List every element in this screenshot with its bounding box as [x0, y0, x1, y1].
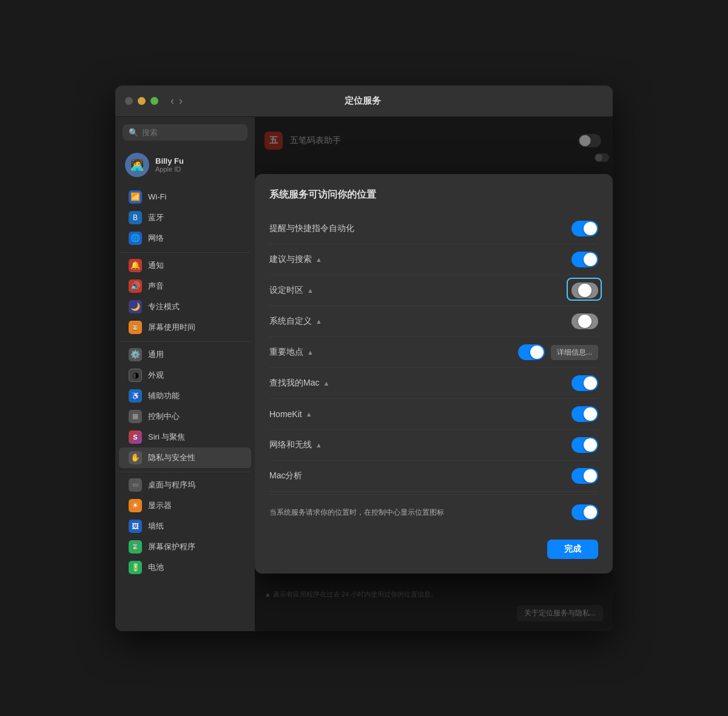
close-button[interactable]: [125, 97, 133, 105]
modal-row-find-my-mac: 查找我的Mac ▲: [269, 368, 598, 399]
sidebar-label-appearance: 外观: [148, 370, 164, 381]
modal-title: 系统服务可访问你的位置: [269, 189, 598, 201]
toggle-knob: [530, 346, 544, 359]
sidebar-section-preferences: ⚙️ 通用 ◑ 外观 ♿ 辅助功能 ▦ 控制中心 S Siri 与聚焦: [115, 344, 255, 468]
network-icon: 🌐: [129, 232, 142, 245]
search-bar[interactable]: 🔍: [123, 124, 248, 141]
location-arrow-places: ▲: [307, 349, 314, 356]
sidebar-item-desktop[interactable]: ▭ 桌面与程序坞: [119, 475, 251, 495]
customization-right: [571, 313, 598, 329]
customization-toggle[interactable]: [571, 313, 598, 329]
user-profile-row[interactable]: 🧑‍💻 Billy Fu Apple ID: [115, 148, 255, 182]
sidebar-item-screentime[interactable]: ⏳ 屏幕使用时间: [119, 317, 251, 338]
modal-row-mac-analytics: Mac分析: [269, 461, 598, 492]
sound-icon: 🔊: [129, 279, 142, 293]
suggestions-toggle[interactable]: [571, 252, 598, 267]
window-title: 定位服务: [183, 95, 542, 107]
sidebar-item-appearance[interactable]: ◑ 外观: [119, 365, 251, 386]
homekit-toggle[interactable]: [571, 406, 598, 422]
sidebar-item-wallpaper[interactable]: 🖼 墙纸: [119, 516, 251, 537]
sidebar-section-system: 🔔 通知 🔊 声音 🌙 专注模式 ⏳ 屏幕使用时间: [115, 255, 255, 338]
user-apple-id: Apple ID: [155, 166, 184, 173]
sidebar-item-focus[interactable]: 🌙 专注模式: [119, 296, 251, 317]
modal-row-important-places: 重要地点 ▲ 详细信息...: [269, 337, 598, 368]
sidebar-label-display: 显示器: [148, 500, 172, 511]
sidebar-item-control[interactable]: ▦ 控制中心: [119, 406, 251, 427]
bluetooth-icon: B: [129, 211, 142, 224]
sidebar-label-wifi: Wi-Fi: [148, 192, 166, 201]
sidebar-item-siri[interactable]: S Siri 与聚焦: [119, 427, 251, 447]
sidebar-label-control: 控制中心: [148, 411, 180, 422]
sidebar-label-network: 网络: [148, 233, 164, 244]
important-places-toggle[interactable]: [518, 344, 545, 360]
sidebar-label-battery: 电池: [148, 562, 164, 573]
find-my-mac-right: [571, 375, 598, 391]
reminders-label: 提醒与快捷指令自动化: [269, 223, 571, 234]
sidebar-item-general[interactable]: ⚙️ 通用: [119, 344, 251, 365]
sidebar-label-accessibility: 辅助功能: [148, 390, 180, 401]
maximize-button[interactable]: [150, 97, 158, 105]
modal-row-homekit: HomeKit ▲: [269, 399, 598, 430]
sidebar-item-privacy[interactable]: ✋ 隐私与安全性: [119, 447, 251, 468]
sidebar-item-sound[interactable]: 🔊 声音: [119, 276, 251, 296]
sidebar-item-battery[interactable]: 🔋 电池: [119, 557, 251, 578]
search-icon: 🔍: [129, 128, 138, 137]
siri-icon: S: [129, 430, 142, 444]
modal-row-timezone: 设定时区 ▲: [269, 275, 598, 306]
modal-actions: 完成: [269, 540, 598, 559]
sidebar-label-general: 通用: [148, 349, 164, 360]
important-places-label: 重要地点 ▲: [269, 347, 518, 358]
sidebar-item-display[interactable]: ☀ 显示器: [119, 495, 251, 516]
modal-row-network-wireless: 网络和无线 ▲: [269, 430, 598, 461]
wifi-icon: 📶: [129, 190, 142, 204]
sidebar-item-bluetooth[interactable]: B 蓝牙: [119, 207, 251, 228]
sidebar: 🔍 🧑‍💻 Billy Fu Apple ID 📶 Wi-Fi B 蓝牙: [115, 117, 255, 631]
toggle-knob: [584, 253, 597, 266]
sidebar-item-accessibility[interactable]: ♿ 辅助功能: [119, 386, 251, 406]
main-area: 🔍 🧑‍💻 Billy Fu Apple ID 📶 Wi-Fi B 蓝牙: [115, 117, 613, 631]
sidebar-section-connectivity: 📶 Wi-Fi B 蓝牙 🌐 网络: [115, 187, 255, 249]
sidebar-label-screentime: 屏幕使用时间: [148, 322, 195, 333]
sidebar-item-wifi[interactable]: 📶 Wi-Fi: [119, 187, 251, 207]
toggle-knob: [584, 438, 597, 452]
suggestions-label: 建议与搜索 ▲: [269, 254, 571, 265]
footer-toggle[interactable]: [571, 504, 598, 520]
reminders-toggle[interactable]: [571, 221, 598, 236]
mac-analytics-label: Mac分析: [269, 470, 571, 481]
find-my-mac-toggle[interactable]: [571, 375, 598, 391]
modal-footer-row: 当系统服务请求你的位置时，在控制中心显示位置图标: [269, 497, 598, 527]
search-input[interactable]: [142, 128, 241, 137]
timezone-toggle[interactable]: [571, 283, 598, 298]
important-places-details-button[interactable]: 详细信息...: [551, 345, 598, 360]
minimize-button[interactable]: [138, 97, 146, 105]
wallpaper-icon: 🖼: [129, 520, 142, 533]
sidebar-item-screensaver[interactable]: ⌛ 屏幕保护程序: [119, 537, 251, 557]
network-wireless-toggle[interactable]: [571, 437, 598, 453]
sidebar-label-screensaver: 屏幕保护程序: [148, 541, 195, 552]
system-services-modal: 系统服务可访问你的位置 提醒与快捷指令自动化 建议与搜索: [255, 174, 613, 574]
suggestions-right: [571, 252, 598, 267]
network-wireless-right: [571, 437, 598, 453]
homekit-right: [571, 406, 598, 422]
customization-label: 系统自定义 ▲: [269, 316, 571, 327]
important-places-right: 详细信息...: [518, 344, 598, 360]
modal-overlay: 系统服务可访问你的位置 提醒与快捷指令自动化 建议与搜索: [255, 117, 613, 631]
sidebar-item-notifications[interactable]: 🔔 通知: [119, 255, 251, 276]
sidebar-label-wallpaper: 墙纸: [148, 521, 164, 532]
avatar: 🧑‍💻: [125, 153, 149, 177]
display-icon: ☀: [129, 499, 142, 512]
desktop-icon: ▭: [129, 478, 142, 492]
done-button[interactable]: 完成: [547, 540, 598, 559]
location-arrow-suggestions: ▲: [315, 256, 322, 263]
sidebar-label-privacy: 隐私与安全性: [148, 452, 195, 463]
homekit-label: HomeKit ▲: [269, 409, 571, 419]
modal-divider: [269, 494, 598, 495]
network-wireless-label: 网络和无线 ▲: [269, 440, 571, 450]
sidebar-item-network[interactable]: 🌐 网络: [119, 228, 251, 249]
back-button[interactable]: ‹: [170, 95, 174, 106]
control-icon: ▦: [129, 410, 142, 423]
mac-analytics-toggle[interactable]: [571, 468, 598, 484]
battery-icon: 🔋: [129, 561, 142, 574]
sidebar-label-desktop: 桌面与程序坞: [148, 480, 195, 490]
modal-row-reminders: 提醒与快捷指令自动化: [269, 213, 598, 244]
